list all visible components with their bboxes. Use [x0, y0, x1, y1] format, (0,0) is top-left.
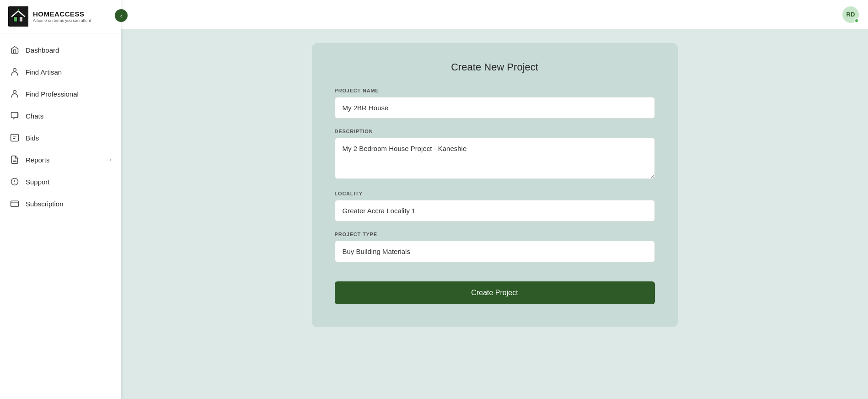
home-icon: [10, 45, 19, 54]
sidebar-item-chats[interactable]: Chats: [0, 105, 121, 127]
logo-text: HOMEACCESS A home on terms you can affor…: [33, 10, 91, 23]
support-icon: [10, 177, 19, 186]
description-label: DESCRIPTION: [335, 129, 655, 134]
sidebar-item-chats-label: Chats: [26, 112, 111, 120]
create-project-card: Create New Project PROJECT NAME DESCRIPT…: [312, 43, 678, 327]
reports-icon: [10, 155, 19, 164]
collapse-sidebar-button[interactable]: ‹: [115, 9, 128, 22]
svg-rect-2: [19, 16, 23, 22]
project-name-group: PROJECT NAME: [335, 88, 655, 119]
sidebar: HOMEACCESS A home on terms you can affor…: [0, 0, 121, 399]
sidebar-item-bids-label: Bids: [26, 134, 111, 142]
sidebar-item-find-professional-label: Find Professional: [26, 90, 111, 98]
brand-title: HOMEACCESS: [33, 10, 91, 18]
sidebar-item-support-label: Support: [26, 178, 111, 186]
project-type-group: PROJECT TYPE: [335, 232, 655, 262]
person-icon: [10, 67, 19, 76]
project-name-label: PROJECT NAME: [335, 88, 655, 93]
svg-rect-10: [11, 201, 19, 207]
create-project-button[interactable]: Create Project: [335, 281, 655, 304]
description-group: DESCRIPTION My 2 Bedroom House Project -…: [335, 129, 655, 181]
locality-input[interactable]: [335, 200, 655, 221]
project-type-label: PROJECT TYPE: [335, 232, 655, 237]
sidebar-item-support[interactable]: Support: [0, 171, 121, 193]
sidebar-item-subscription-label: Subscription: [26, 200, 111, 208]
form-title: Create New Project: [335, 61, 655, 73]
sidebar-item-reports[interactable]: Reports ›: [0, 149, 121, 171]
sidebar-item-reports-label: Reports: [26, 156, 103, 164]
find-professional-icon: [10, 89, 19, 98]
main-area: RD Create New Project PROJECT NAME DESCR…: [121, 0, 868, 399]
locality-group: LOCALITY: [335, 191, 655, 221]
svg-point-4: [13, 91, 16, 94]
user-initials: RD: [847, 11, 855, 18]
header: RD: [121, 0, 868, 29]
subscription-icon: [10, 199, 19, 208]
user-avatar[interactable]: RD: [842, 6, 859, 23]
sidebar-nav: Dashboard Find Artisan Find Professional…: [0, 33, 121, 399]
svg-point-3: [13, 69, 16, 72]
chevron-right-icon: ›: [109, 156, 111, 163]
sidebar-item-dashboard[interactable]: Dashboard: [0, 39, 121, 61]
main-content: Create New Project PROJECT NAME DESCRIPT…: [121, 29, 868, 399]
sidebar-item-subscription[interactable]: Subscription: [0, 193, 121, 215]
sidebar-item-find-artisan-label: Find Artisan: [26, 68, 111, 76]
locality-label: LOCALITY: [335, 191, 655, 196]
svg-rect-6: [11, 135, 19, 141]
logo-area: HOMEACCESS A home on terms you can affor…: [0, 0, 121, 33]
description-input[interactable]: My 2 Bedroom House Project - Kaneshie: [335, 138, 655, 179]
brand-subtitle: A home on terms you can afford: [33, 18, 91, 23]
online-indicator: [854, 18, 859, 23]
project-name-input[interactable]: [335, 97, 655, 119]
svg-rect-1: [14, 16, 17, 22]
logo-icon: [8, 6, 28, 27]
sidebar-item-find-professional[interactable]: Find Professional: [0, 83, 121, 105]
sidebar-item-bids[interactable]: Bids: [0, 127, 121, 149]
chat-icon: [10, 111, 19, 120]
sidebar-item-dashboard-label: Dashboard: [26, 46, 111, 54]
project-type-input[interactable]: [335, 241, 655, 262]
bids-icon: [10, 133, 19, 142]
sidebar-item-find-artisan[interactable]: Find Artisan: [0, 61, 121, 83]
